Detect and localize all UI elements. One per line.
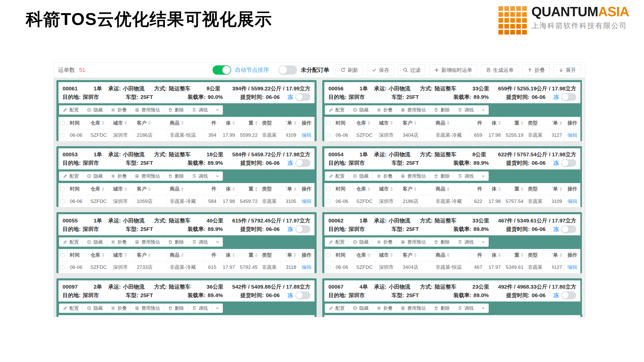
- edit-link[interactable]: 编辑: [567, 198, 577, 205]
- frozen-toggle[interactable]: [561, 159, 576, 167]
- sort-caret-icon[interactable]: [181, 187, 184, 191]
- more-actions-button[interactable]: [212, 304, 223, 313]
- frozen-toggle[interactable]: [295, 159, 310, 167]
- fold-button[interactable]: 折叠: [107, 237, 131, 247]
- select-all-checkbox[interactable]: [61, 187, 65, 191]
- configure-button[interactable]: 配置: [325, 171, 349, 181]
- sort-caret-icon[interactable]: [447, 121, 450, 125]
- sort-caret-icon[interactable]: [390, 121, 393, 125]
- sort-caret-icon[interactable]: [294, 253, 296, 257]
- frozen-toggle[interactable]: [561, 225, 576, 233]
- sort-caret-icon[interactable]: [414, 121, 417, 125]
- edit-link[interactable]: 编辑: [302, 132, 311, 139]
- hide-button[interactable]: 隐藏: [349, 304, 373, 313]
- adjust-route-button[interactable]: 调线: [454, 171, 478, 181]
- edit-link[interactable]: 编辑: [302, 264, 311, 271]
- sort-caret-icon[interactable]: [521, 187, 523, 191]
- sort-caret-icon[interactable]: [294, 187, 296, 191]
- sort-caret-icon[interactable]: [498, 253, 501, 257]
- adjust-route-button[interactable]: 调线: [188, 237, 212, 247]
- sort-caret-icon[interactable]: [498, 121, 501, 125]
- cost-estimate-button[interactable]: 费用预估: [397, 171, 430, 181]
- select-all-checkbox[interactable]: [61, 121, 65, 125]
- generate-waybill-button[interactable]: 生成运单: [481, 64, 519, 76]
- configure-button[interactable]: 配置: [325, 304, 349, 313]
- cost-estimate-button[interactable]: 费用预估: [397, 237, 430, 247]
- row-checkbox[interactable]: [61, 199, 65, 203]
- auto-node-sort-toggle[interactable]: [213, 65, 231, 75]
- more-actions-button[interactable]: [478, 237, 489, 247]
- sort-caret-icon[interactable]: [255, 253, 258, 257]
- delete-button[interactable]: 删除: [164, 105, 188, 115]
- fold-button[interactable]: 折叠: [373, 237, 397, 247]
- sort-caret-icon[interactable]: [498, 187, 501, 191]
- vertical-scrollbar[interactable]: [582, 79, 584, 315]
- refresh-button[interactable]: 刷新: [336, 64, 363, 76]
- hide-button[interactable]: 隐藏: [83, 171, 107, 181]
- cost-estimate-button[interactable]: 费用预估: [131, 304, 164, 313]
- frozen-toggle[interactable]: [561, 291, 576, 299]
- sort-caret-icon[interactable]: [294, 121, 296, 125]
- sort-caret-icon[interactable]: [232, 187, 235, 191]
- collapse-all-button[interactable]: 折叠: [522, 64, 550, 76]
- sort-caret-icon[interactable]: [521, 121, 523, 125]
- sort-caret-icon[interactable]: [447, 187, 450, 191]
- edit-link[interactable]: 编辑: [302, 198, 311, 205]
- row-checkbox[interactable]: [326, 199, 331, 203]
- more-actions-button[interactable]: [212, 171, 223, 181]
- sort-caret-icon[interactable]: [560, 253, 562, 257]
- row-checkbox[interactable]: [326, 265, 331, 269]
- hide-button[interactable]: 隐藏: [349, 105, 373, 115]
- more-actions-button[interactable]: [478, 105, 489, 115]
- select-all-checkbox[interactable]: [61, 253, 65, 257]
- configure-button[interactable]: 配置: [59, 171, 83, 181]
- row-checkbox[interactable]: [61, 133, 65, 137]
- sort-caret-icon[interactable]: [102, 121, 104, 125]
- delete-button[interactable]: 删除: [430, 237, 454, 247]
- delete-button[interactable]: 删除: [430, 105, 454, 115]
- adjust-route-button[interactable]: 调线: [454, 237, 478, 247]
- frozen-toggle[interactable]: [295, 225, 310, 233]
- hide-button[interactable]: 隐藏: [83, 304, 107, 313]
- sort-caret-icon[interactable]: [368, 253, 370, 257]
- hide-button[interactable]: 隐藏: [83, 237, 107, 247]
- configure-button[interactable]: 配置: [325, 105, 349, 115]
- configure-button[interactable]: 配置: [325, 237, 349, 247]
- sort-caret-icon[interactable]: [560, 187, 562, 191]
- edit-link[interactable]: 编辑: [567, 132, 577, 139]
- fold-button[interactable]: 折叠: [107, 171, 131, 181]
- sort-caret-icon[interactable]: [232, 253, 235, 257]
- sort-caret-icon[interactable]: [232, 121, 235, 125]
- frozen-toggle[interactable]: [561, 93, 576, 101]
- sort-caret-icon[interactable]: [102, 253, 104, 257]
- hide-button[interactable]: 隐藏: [83, 105, 107, 115]
- cost-estimate-button[interactable]: 费用预估: [131, 105, 164, 115]
- sort-caret-icon[interactable]: [368, 121, 370, 125]
- frozen-toggle[interactable]: [295, 93, 310, 101]
- frozen-toggle[interactable]: [295, 291, 310, 299]
- sort-caret-icon[interactable]: [124, 121, 127, 125]
- delete-button[interactable]: 删除: [430, 171, 454, 181]
- delete-button[interactable]: 删除: [164, 304, 188, 313]
- edit-link[interactable]: 编辑: [567, 264, 577, 271]
- save-button[interactable]: 保存: [367, 64, 394, 76]
- delete-button[interactable]: 删除: [164, 237, 188, 247]
- sort-caret-icon[interactable]: [102, 187, 104, 191]
- adjust-route-button[interactable]: 调线: [454, 105, 478, 115]
- sort-caret-icon[interactable]: [521, 253, 523, 257]
- fold-button[interactable]: 折叠: [107, 105, 131, 115]
- adjust-route-button[interactable]: 调线: [454, 304, 478, 313]
- select-all-checkbox[interactable]: [326, 121, 331, 125]
- sort-caret-icon[interactable]: [255, 187, 258, 191]
- fold-button[interactable]: 折叠: [373, 105, 397, 115]
- row-checkbox[interactable]: [61, 265, 65, 269]
- unassigned-orders-toggle[interactable]: [278, 65, 297, 75]
- sort-caret-icon[interactable]: [390, 187, 393, 191]
- sort-caret-icon[interactable]: [148, 253, 151, 257]
- sort-caret-icon[interactable]: [124, 187, 127, 191]
- more-actions-button[interactable]: [212, 105, 223, 115]
- select-all-checkbox[interactable]: [326, 253, 331, 257]
- sort-caret-icon[interactable]: [124, 253, 127, 257]
- more-actions-button[interactable]: [478, 171, 489, 181]
- sort-caret-icon[interactable]: [255, 121, 258, 125]
